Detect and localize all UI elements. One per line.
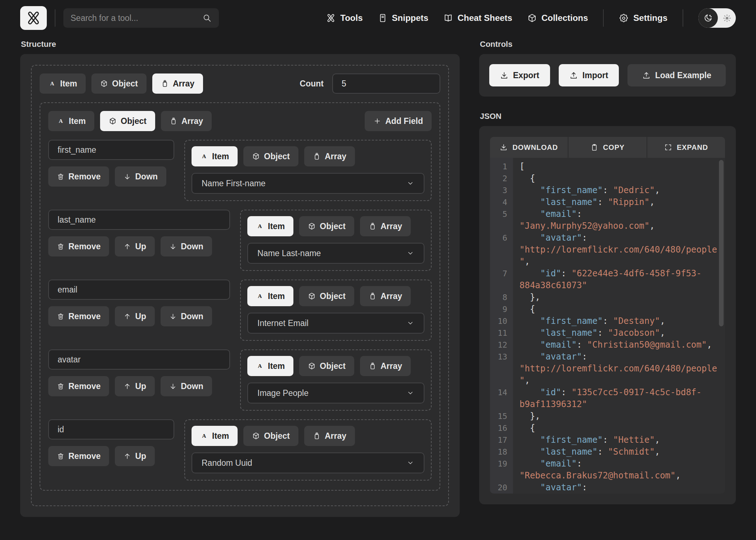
down-field-button[interactable]: Down xyxy=(161,236,212,256)
search-input[interactable] xyxy=(71,13,198,23)
nav-item-snippets[interactable]: Snippets xyxy=(378,13,428,23)
field-node-box: AItemObjectArrayName First-name xyxy=(184,140,432,201)
nav-item-label: Collections xyxy=(541,13,588,23)
down-field-button[interactable]: Down xyxy=(161,376,212,396)
load-example-button[interactable]: Load Example xyxy=(627,64,726,86)
generator-select-first_name[interactable]: Name First-name xyxy=(192,173,424,194)
up-icon xyxy=(123,383,131,390)
up-field-button[interactable]: Up xyxy=(115,446,155,466)
code-text: }, xyxy=(519,291,718,303)
array-icon xyxy=(369,292,377,300)
add-field-button[interactable]: Add Field xyxy=(365,111,432,131)
svg-text:A: A xyxy=(50,80,54,86)
field-first_name-type-array[interactable]: Array xyxy=(304,146,355,166)
root-node-box: AItemObjectArray Count AItemObjectArray … xyxy=(31,65,449,506)
object-type-object-selected[interactable]: Object xyxy=(100,111,155,131)
field-email-type-item-selected[interactable]: AItem xyxy=(247,286,293,306)
svg-text:A: A xyxy=(258,293,262,299)
divider xyxy=(603,9,604,27)
code-text: { xyxy=(519,422,718,434)
remove-field-button[interactable]: Remove xyxy=(48,166,109,187)
down-field-button[interactable]: Down xyxy=(161,306,212,326)
field-email-type-object[interactable]: Object xyxy=(299,286,354,306)
object-type-item[interactable]: AItem xyxy=(48,111,94,131)
trash-icon xyxy=(57,243,64,250)
up-field-button[interactable]: Up xyxy=(115,306,155,326)
trash-icon xyxy=(57,173,64,180)
field-first_name-type-item-selected[interactable]: AItem xyxy=(192,146,238,166)
nav-item-settings[interactable]: Settings xyxy=(619,13,667,23)
field-last_name-type-object[interactable]: Object xyxy=(299,216,354,236)
theme-toggle[interactable] xyxy=(698,8,736,28)
remove-field-button[interactable]: Remove xyxy=(48,306,109,326)
down-icon xyxy=(169,383,177,390)
expand-json-button[interactable]: EXPAND xyxy=(647,137,725,158)
trash-icon xyxy=(57,383,64,390)
scrollbar-thumb[interactable] xyxy=(719,160,724,326)
field-email-type-array[interactable]: Array xyxy=(360,286,411,306)
object-type-array[interactable]: Array xyxy=(161,111,212,131)
nav-item-tools[interactable]: Tools xyxy=(326,13,363,23)
field-avatar-type-object[interactable]: Object xyxy=(299,356,354,376)
field-avatar-type-item-selected[interactable]: AItem xyxy=(247,356,293,376)
field-last_name-type-array[interactable]: Array xyxy=(360,216,411,236)
nav-item-label: Settings xyxy=(633,13,667,23)
app-logo[interactable] xyxy=(20,6,47,30)
field-name-input-last_name[interactable] xyxy=(48,210,230,230)
root-type-object[interactable]: Object xyxy=(91,73,147,94)
field-id-type-item-selected[interactable]: AItem xyxy=(192,426,238,446)
root-type-array-selected[interactable]: Array xyxy=(152,73,203,94)
code-line: 17 "first_name": "Hettie", xyxy=(490,434,725,446)
controls-panel: ExportImportLoad Example xyxy=(479,54,736,97)
field-avatar-type-array[interactable]: Array xyxy=(360,356,411,376)
field-id-type-array[interactable]: Array xyxy=(304,426,355,446)
line-number: 20 xyxy=(490,482,513,494)
tool-search[interactable] xyxy=(63,8,219,28)
item-icon: A xyxy=(256,222,264,230)
generator-select-email[interactable]: Internet Email xyxy=(247,313,424,334)
trash-icon xyxy=(57,452,64,460)
down-field-button[interactable]: Down xyxy=(115,166,166,187)
remove-field-button[interactable]: Remove xyxy=(48,446,109,466)
nav-item-cheat-sheets[interactable]: Cheat Sheets xyxy=(444,13,512,23)
download-json-button[interactable]: DOWNLOAD xyxy=(490,137,568,158)
line-number: 11 xyxy=(490,327,513,339)
line-number: 15 xyxy=(490,410,513,422)
root-type-item[interactable]: AItem xyxy=(40,73,86,94)
remove-field-button[interactable]: Remove xyxy=(48,236,109,256)
field-name-input-avatar[interactable] xyxy=(48,349,230,370)
import-button[interactable]: Import xyxy=(559,64,619,86)
up-icon xyxy=(123,313,131,320)
remove-field-button[interactable]: Remove xyxy=(48,376,109,396)
copy-json-button[interactable]: COPY xyxy=(568,137,646,158)
json-toolbar: DOWNLOADCOPYEXPAND xyxy=(490,137,725,158)
field-first_name-type-object[interactable]: Object xyxy=(243,146,298,166)
field-name-input-id[interactable] xyxy=(48,419,174,439)
generator-select-avatar[interactable]: Image People xyxy=(247,383,424,403)
generator-select-id[interactable]: Random Uuid xyxy=(192,452,424,473)
line-number: 12 xyxy=(490,339,513,351)
code-text: "first_name": "Destany", xyxy=(519,315,718,327)
item-icon: A xyxy=(200,152,208,160)
up-field-button[interactable]: Up xyxy=(115,236,155,256)
structure-field-first_name: RemoveDownAItemObjectArrayName First-nam… xyxy=(48,140,432,201)
code-line: 10 "first_name": "Destany", xyxy=(490,315,725,327)
field-name-input-email[interactable] xyxy=(48,280,230,300)
generator-select-last_name[interactable]: Name Last-name xyxy=(247,243,424,264)
line-number: 10 xyxy=(490,315,513,327)
field-id-type-object[interactable]: Object xyxy=(243,426,298,446)
array-icon xyxy=(313,152,321,160)
json-code-viewer[interactable]: 1[2 {3 "first_name": "Dedric",4 "last_na… xyxy=(490,158,725,494)
count-input[interactable] xyxy=(332,73,440,94)
expand-icon xyxy=(664,143,672,151)
gear-icon xyxy=(619,13,629,23)
line-number: 4 xyxy=(490,196,513,208)
field-last_name-type-item-selected[interactable]: AItem xyxy=(247,216,293,236)
nav-item-label: Tools xyxy=(340,13,363,23)
export-button[interactable]: Export xyxy=(489,64,550,86)
line-number: 16 xyxy=(490,422,513,434)
up-field-button[interactable]: Up xyxy=(115,376,155,396)
code-text: "id": "135c7cc5-0917-4c5c-bd8f-b9af11396… xyxy=(519,387,718,410)
field-name-input-first_name[interactable] xyxy=(48,140,174,160)
nav-item-collections[interactable]: Collections xyxy=(527,13,588,23)
